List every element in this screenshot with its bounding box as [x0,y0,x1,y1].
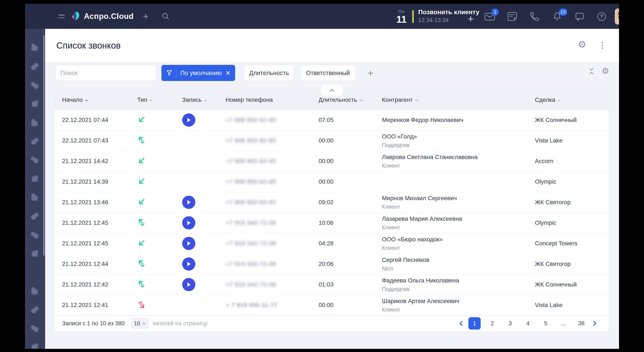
add-event-button[interactable]: + [466,14,475,23]
column-header-1[interactable]: Начало [55,97,136,103]
contragent-name[interactable]: Мирнов Михаил Сергеевич [382,194,532,202]
search-input[interactable] [56,65,156,81]
notes-icon[interactable] [507,11,518,22]
global-search-icon[interactable] [160,12,171,21]
call-start: 22.12.2021 07:44 [55,117,136,123]
remove-filter-icon[interactable]: ✕ [225,69,230,77]
deal-name[interactable]: Vista Lake [532,137,609,144]
sidebar-item-module-7-icon[interactable] [30,155,40,165]
phone-icon[interactable] [529,11,540,22]
active-filter-chip[interactable]: По умолчанию ✕ [162,65,235,81]
sidebar-item-module-5-icon[interactable] [30,118,40,128]
add-filter-button[interactable]: + [366,67,376,79]
sidebar-scrollbar[interactable] [43,35,45,256]
deal-name[interactable]: ЖК Солнечный [532,117,609,123]
call-row-10[interactable]: 21.12.2021 12:41+ 7 919 000-11-7700:00Ша… [55,295,609,315]
page-button-1[interactable]: 1 [468,317,481,329]
call-row-4[interactable]: 21.12.2021 14:39+7 908 892-62-6500:00Oly… [55,172,609,192]
play-record-button[interactable] [182,257,195,271]
play-record-button[interactable] [182,216,195,229]
play-record-button[interactable] [182,278,195,291]
contragent-name[interactable]: Лаврова Светлана Станиславовна [382,153,532,161]
sidebar-item-module-3-icon[interactable] [30,81,40,90]
help-icon[interactable]: ? [596,11,607,22]
filter-duration-button[interactable]: Длительность [244,65,294,81]
call-row-9[interactable]: 21.12.2021 12:42+7 919 342-72-0801:03Фад… [55,274,609,295]
call-row-7[interactable]: 21.12.2021 12:45+7 919 342-72-0804:28ООО… [55,233,609,254]
contragent: ООО «Бюро находок»Клиент [379,236,532,251]
collapse-panel-button[interactable] [320,84,344,97]
sidebar-item-module-14-icon[interactable] [30,305,40,315]
calendar-date[interactable]: Пн 11 [394,8,409,25]
call-row-6[interactable]: 21.12.2021 12:45+7 919 342-72-0810:06Лаз… [55,213,609,233]
column-header-3[interactable]: Запись [176,97,224,103]
call-start: 21.12.2021 13:46 [55,199,136,206]
play-record-button[interactable] [182,237,195,250]
sidebar-item-module-15-icon[interactable] [30,324,40,333]
next-page-chevron-icon[interactable] [590,317,599,329]
sidebar-item-module-4-icon[interactable] [30,99,40,109]
phone-number: +7 908 892-62-65 [224,137,314,144]
chat-icon[interactable] [574,11,585,22]
contragent-name[interactable]: ООО «Голд» [382,133,532,140]
menu-toggle-icon[interactable] [57,12,66,21]
sidebar-item-module-9-icon[interactable] [30,193,40,202]
deal-name[interactable]: ЖК Святогор [532,199,609,206]
deal-name[interactable]: Concept Towers [532,240,609,247]
deal-name[interactable]: Olympic [532,219,609,226]
deal-name[interactable]: Olympic [532,178,609,185]
filter-responsible-button[interactable]: Ответственный [300,65,356,81]
column-header-7[interactable]: Сделка [532,97,609,103]
page-button-4[interactable]: 4 [522,317,534,329]
call-row-2[interactable]: 22.12.2021 07:43+7 908 892-62-6500:00ООО… [55,130,609,151]
contragent-name[interactable]: Сергей Песняков [382,256,532,264]
sidebar-item-module-13-icon[interactable] [30,286,40,296]
call-row-1[interactable]: 22.12.2021 07:44+7 908 892-62-6507:05Мер… [55,110,609,130]
sidebar-item-module-6-icon[interactable] [30,137,40,146]
deal-name[interactable]: Accorn [532,158,609,165]
sidebar-item-module-10-icon[interactable] [30,211,40,221]
deal-name[interactable]: Vista Lake [532,302,609,308]
deal-name[interactable]: ЖК Солнечный [532,281,609,288]
sidebar-item-module-2-icon[interactable] [30,62,40,72]
sidebar-item-module-8-icon[interactable] [30,174,40,184]
column-header-4[interactable]: Номер телефона [224,97,314,103]
contragent-name[interactable]: Шариков Артем Алексеевич [382,297,532,305]
table-settings-gear-icon[interactable]: ⚙ [602,67,609,75]
play-record-button[interactable] [182,113,195,127]
app-logo[interactable]: Аспро.Cloud [70,10,134,23]
call-row-5[interactable]: 21.12.2021 13:46+7 908 892-62-6509:02Мир… [55,192,609,213]
prev-page-chevron-icon[interactable] [457,317,466,329]
phone-number: +7 919 342-72-08 [224,261,314,267]
contragent-name[interactable]: Фадеева Ольга Николавена [382,277,532,284]
phone-number: +7 919 342-72-08 [224,281,314,288]
contragent-name[interactable]: ООО «Бюро находок» [382,236,532,243]
create-new-button[interactable]: + [141,12,151,21]
call-duration: 09:02 [314,199,379,206]
collapse-filters-icon[interactable] [588,68,595,76]
phone-number: +7 919 342-72-08 [224,240,314,247]
contragent-name[interactable]: Лазарева Мария Алексеевна [382,215,532,223]
sidebar-item-module-16-icon[interactable] [30,342,40,349]
deal-name[interactable]: ЖК Святогор [532,261,609,267]
column-header-2[interactable]: Тип [136,97,176,103]
column-header-6[interactable]: Контрагент [379,97,532,103]
sidebar-item-module-11-icon[interactable] [30,230,40,240]
page-button-3[interactable]: 3 [504,317,516,329]
play-record-button[interactable] [182,196,195,209]
page-more-menu-icon[interactable] [598,41,606,50]
mail-icon[interactable]: 1 [484,11,495,22]
call-row-8[interactable]: 21.12.2021 12:44+7 919 342-72-0820:06Сер… [55,254,609,274]
call-row-3[interactable]: 21.12.2021 14:42+7 908 892-62-6500:00Лав… [55,151,609,172]
sidebar-item-module-12-icon[interactable] [30,249,40,259]
page-button-2[interactable]: 2 [486,317,498,329]
per-page-select[interactable]: 10 [131,318,148,329]
column-header-5[interactable]: Длительность [314,97,379,103]
contragent-name[interactable]: Меренков Федор Николаевич [382,116,532,124]
notifications-bell-icon[interactable]: 15 [552,11,563,22]
page-button-38[interactable]: 38 [575,317,588,329]
user-avatar[interactable] [615,9,619,25]
page-settings-gear-icon[interactable]: ⚙ [578,40,586,49]
page-button-5[interactable]: 5 [540,317,552,329]
sidebar-item-module-1-icon[interactable] [30,43,40,53]
